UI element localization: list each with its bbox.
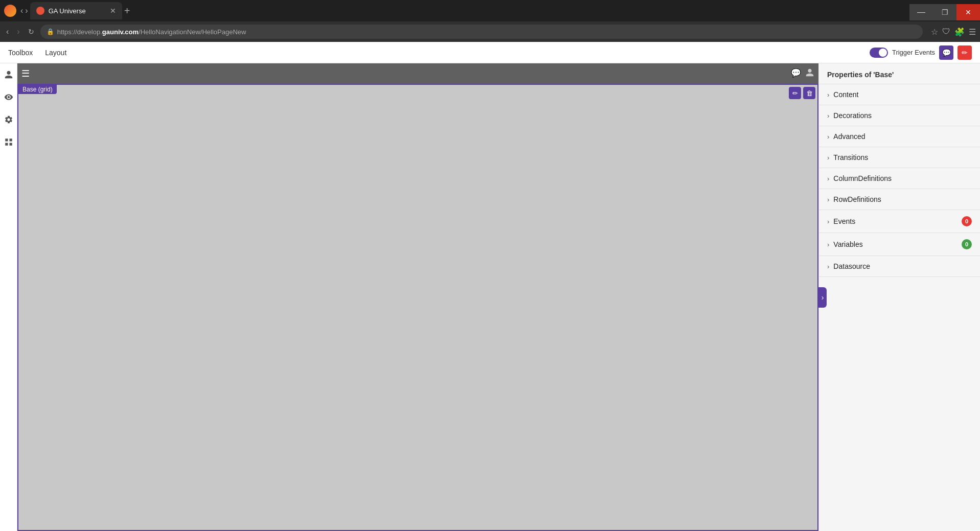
variables-label: Variables — [833, 240, 958, 248]
minimize-button[interactable]: — — [909, 4, 933, 20]
section-row-definitions: › RowDefinitions — [819, 189, 980, 210]
variables-chevron: › — [827, 241, 829, 248]
section-decorations-header[interactable]: › Decorations — [819, 105, 980, 126]
advanced-chevron: › — [827, 133, 829, 141]
tab-close-button[interactable]: ✕ — [110, 7, 116, 15]
section-content: › Content — [819, 84, 980, 105]
left-sidebar — [0, 63, 17, 531]
columndefs-chevron: › — [827, 175, 829, 182]
user-icon[interactable] — [805, 68, 814, 79]
address-bar[interactable]: 🔒 https://develop.gauniv.com/HelloNaviga… — [40, 25, 923, 39]
rowdefs-chevron: › — [827, 196, 829, 203]
draw-button[interactable]: ✏ — [958, 45, 972, 60]
canvas-actions: ✏ 🗑 — [787, 85, 817, 101]
hamburger-menu[interactable]: ☰ — [21, 68, 30, 79]
section-advanced: › Advanced — [819, 126, 980, 147]
section-variables-header[interactable]: › Variables 0 — [819, 233, 980, 256]
advanced-label: Advanced — [833, 132, 972, 141]
menu-btn[interactable]: ☰ — [969, 27, 976, 37]
restore-button[interactable]: ❐ — [933, 4, 956, 20]
section-advanced-header[interactable]: › Advanced — [819, 126, 980, 147]
new-tab-button[interactable]: + — [124, 5, 130, 17]
layout-tab[interactable]: Layout — [45, 47, 66, 59]
panel-title: Properties of 'Base' — [819, 63, 980, 84]
section-column-definitions: › ColumnDefinitions — [819, 168, 980, 189]
right-panel: Properties of 'Base' › Content › Decorat… — [818, 63, 980, 531]
decorations-label: Decorations — [833, 111, 972, 120]
nav-back[interactable]: ‹ — [4, 25, 11, 38]
section-decorations: › Decorations — [819, 105, 980, 126]
datasource-chevron: › — [827, 263, 829, 270]
trigger-events-toggle[interactable] — [870, 48, 888, 58]
variables-badge: 0 — [962, 239, 972, 249]
forward-button[interactable]: › — [25, 6, 28, 15]
events-badge: 0 — [962, 216, 972, 226]
nav-reload[interactable]: ↻ — [26, 26, 36, 38]
tab-favicon — [36, 7, 44, 15]
chat-button[interactable]: 💬 — [939, 45, 953, 60]
toggle-knob — [879, 49, 887, 57]
tab-bar: ‹ › GA Universe ✕ + — ❐ ✕ — [0, 0, 980, 21]
events-label: Events — [833, 217, 958, 225]
app-toolbar: Toolbox Layout Trigger Events 💬 ✏ — [0, 42, 980, 63]
gear-icon[interactable] — [2, 112, 16, 127]
extensions-btn[interactable]: 🧩 — [954, 27, 965, 37]
eye-icon[interactable] — [2, 90, 16, 104]
datasource-label: Datasource — [833, 262, 972, 270]
address-text: https://develop.gauniv.com/HelloNavigati… — [57, 28, 917, 36]
section-datasource-header[interactable]: › Datasource — [819, 256, 980, 276]
tab-title: GA Universe — [49, 7, 86, 15]
nav-actions: ☆ 🛡 🧩 ☰ — [931, 27, 976, 37]
rowdefs-label: RowDefinitions — [833, 195, 972, 203]
section-column-definitions-header[interactable]: › ColumnDefinitions — [819, 168, 980, 189]
section-transitions: › Transitions — [819, 147, 980, 168]
back-button[interactable]: ‹ — [20, 6, 23, 15]
nav-forward[interactable]: › — [15, 25, 21, 38]
comment-icon[interactable]: 💬 — [791, 68, 801, 79]
nav-bar: ‹ › ↻ 🔒 https://develop.gauniv.com/Hello… — [0, 21, 980, 42]
transitions-label: Transitions — [833, 153, 972, 161]
address-prefix: https://develop. — [57, 28, 102, 36]
section-transitions-header[interactable]: › Transitions — [819, 147, 980, 168]
trigger-events-area: Trigger Events 💬 ✏ — [870, 45, 972, 60]
main-layout: ☰ 💬 Base (grid) ✏ 🗑 › Properties of 'Bas… — [0, 63, 980, 531]
close-button[interactable]: ✕ — [956, 4, 980, 20]
lock-icon: 🔒 — [47, 28, 54, 35]
events-chevron: › — [827, 218, 829, 225]
content-label: Content — [833, 90, 972, 99]
address-suffix: /HelloNavigationNew/HelloPageNew — [139, 28, 246, 36]
grid-icon[interactable] — [2, 135, 16, 149]
people-icon[interactable] — [2, 67, 16, 82]
page-title-input[interactable] — [34, 70, 787, 78]
section-events-header[interactable]: › Events 0 — [819, 210, 980, 233]
browser-chrome: ‹ › GA Universe ✕ + — ❐ ✕ ‹ › ↻ 🔒 https:… — [0, 0, 980, 42]
section-datasource: › Datasource — [819, 256, 980, 277]
toolbox-tab[interactable]: Toolbox — [8, 47, 33, 59]
decorations-chevron: › — [827, 112, 829, 120]
editor-toolbar: ☰ 💬 — [17, 63, 818, 84]
section-row-definitions-header[interactable]: › RowDefinitions — [819, 189, 980, 210]
edit-canvas-btn[interactable]: ✏ — [789, 87, 801, 99]
shield-btn[interactable]: 🛡 — [942, 27, 950, 36]
content-chevron: › — [827, 91, 829, 99]
bookmark-btn[interactable]: ☆ — [931, 27, 938, 37]
base-label: Base (grid) — [18, 85, 57, 94]
section-content-header[interactable]: › Content — [819, 84, 980, 105]
transitions-chevron: › — [827, 154, 829, 161]
browser-icon — [4, 5, 16, 17]
section-events: › Events 0 — [819, 210, 980, 233]
address-domain: gauniv.com — [102, 28, 139, 36]
collapse-panel-handle[interactable]: › — [818, 287, 827, 308]
editor-toolbar-icons: 💬 — [791, 68, 814, 79]
active-tab[interactable]: GA Universe ✕ — [30, 2, 122, 19]
canvas: Base (grid) ✏ 🗑 — [17, 84, 818, 531]
columndefs-label: ColumnDefinitions — [833, 174, 972, 182]
trigger-events-label: Trigger Events — [892, 49, 935, 56]
editor-area: ☰ 💬 Base (grid) ✏ 🗑 › — [17, 63, 818, 531]
section-variables: › Variables 0 — [819, 233, 980, 256]
delete-canvas-btn[interactable]: 🗑 — [803, 87, 815, 99]
